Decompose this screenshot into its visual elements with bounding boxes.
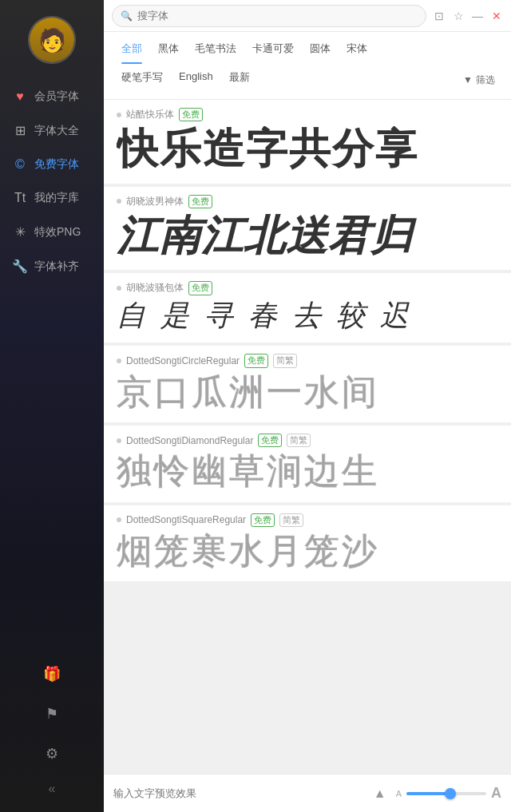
sidebar-item-my-library[interactable]: Tt我的字库 [0,181,104,215]
font-badge-free: 免费 [251,513,275,527]
free-fonts-icon: © [12,157,28,172]
font-name-dotted-circle: DottedSongtiCircleRegular [126,355,240,366]
font-badge-jianfan: 简繁 [273,354,297,367]
sidebar-item-font-supplement[interactable]: 🔧字体补齐 [0,249,104,283]
filter-tab-黑体[interactable]: 黑体 [150,38,187,64]
font-item-header-zhankukuaile: 站酷快乐体免费 [117,108,498,121]
font-preview-huxiaobo-xia: 自 是 寻 春 去 较 迟 [117,300,498,332]
filter-button[interactable]: ▼ 筛选 [457,70,501,90]
font-item-huxiaobo-nanshen[interactable]: 胡晓波男神体免费江南江北送君归 [104,187,511,271]
effect-png-icon: ✳ [12,224,28,240]
filter-label: 筛选 [476,73,495,87]
font-dot-icon [117,113,121,117]
effect-png-label: 特效PNG [34,225,81,240]
filter-tab-硬笔手写[interactable]: 硬笔手写 [113,67,171,93]
pin-button[interactable]: ☆ [452,10,465,22]
filter-row-1: 全部黑体毛笔书法卡通可爱圆体宋体 [113,38,501,64]
size-label-small: A [396,789,402,798]
font-supplement-label: 字体补齐 [34,259,79,274]
minimize-button[interactable]: — [471,10,484,22]
sidebar-bottom-flag[interactable]: ⚑ [0,694,104,734]
sidebar-bottom-gift[interactable]: 🎁 [0,654,104,694]
my-library-icon: Tt [12,191,28,205]
font-item-dotted-circle[interactable]: DottedSongtiCircleRegular免费简繁京口瓜洲一水间 [104,346,511,422]
font-dot-icon [117,517,121,522]
font-item-dotted-square[interactable]: DottedSongtiSquareRegular免费简繁烟笼寒水月笼沙 [104,505,511,582]
main-panel: 🔍 ⊡ ☆ — ✕ 全部黑体毛笔书法卡通可爱圆体宋体 硬笔手写English最新… [104,0,511,812]
collapse-icon: « [49,782,56,796]
font-item-dotted-diamond[interactable]: DottedSongtiDiamondRegular免费简繁独怜幽草涧边生 [104,426,511,502]
sidebar: 🧑 ♥会员字体⊞字体大全©免费字体Tt我的字库✳特效PNG🔧字体补齐 🎁⚑⚙ « [0,0,104,812]
filter-tab-全部[interactable]: 全部 [113,38,150,64]
free-fonts-label: 免费字体 [34,157,79,172]
filter-tab-宋体[interactable]: 宋体 [339,38,375,64]
font-badge-jianfan: 简繁 [287,434,311,447]
font-name-dotted-square: DottedSongtiSquareRegular [126,514,246,525]
sidebar-bottom-settings[interactable]: ⚙ [0,734,104,774]
filter-tab-圆体[interactable]: 圆体 [302,38,339,64]
sidebar-item-free-fonts[interactable]: ©免费字体 [0,148,104,181]
font-preview-huxiaobo-nanshen: 江南江北送君归 [117,213,498,259]
font-badge-free: 免费 [188,281,212,295]
avatar[interactable]: 🧑 [28,16,76,64]
font-collection-icon: ⊞ [12,123,28,138]
font-supplement-icon: 🔧 [12,259,28,274]
bottom-bar: ▲ A A [104,774,511,812]
slider-thumb[interactable] [445,788,456,799]
font-item-header-dotted-square: DottedSongtiSquareRegular免费简繁 [117,513,498,527]
preview-input[interactable] [113,787,364,799]
font-dot-icon [117,358,121,363]
avatar-image: 🧑 [30,18,74,62]
font-item-header-dotted-diamond: DottedSongtiDiamondRegular免费简繁 [117,434,498,447]
font-item-huxiaobo-xia[interactable]: 胡晓波骚包体免费自 是 寻 春 去 较 迟 [104,273,511,343]
window-mode-button[interactable]: ⊡ [433,10,446,22]
my-library-label: 我的字库 [34,191,79,205]
font-dot-icon [117,438,121,443]
font-name-dotted-diamond: DottedSongtiDiamondRegular [126,435,253,446]
font-badge-jianfan: 简繁 [279,513,303,527]
font-size-control: A A [396,785,501,802]
preview-arrow-button[interactable]: ▲ [372,786,388,802]
filter-row-2: 硬笔手写English最新 ▼ 筛选 [113,64,501,99]
font-item-header-dotted-circle: DottedSongtiCircleRegular免费简繁 [117,354,498,367]
font-item-zhankukuaile[interactable]: 站酷快乐体免费快乐造字共分享 [104,100,511,184]
filter-tab-毛笔书法[interactable]: 毛笔书法 [187,38,244,64]
size-label-large: A [491,785,501,802]
filter-tab-卡通可爱[interactable]: 卡通可爱 [244,38,302,64]
vip-fonts-label: 会员字体 [34,89,79,104]
titlebar: 🔍 ⊡ ☆ — ✕ [104,0,511,32]
font-badge-free: 免费 [179,108,203,121]
font-badge-free: 免费 [258,434,282,447]
font-item-header-huxiaobo-xia: 胡晓波骚包体免费 [117,281,498,295]
sidebar-item-font-collection[interactable]: ⊞字体大全 [0,113,104,148]
font-preview-dotted-circle: 京口瓜洲一水间 [117,373,498,411]
font-collection-label: 字体大全 [34,124,79,138]
font-dot-icon [117,199,121,204]
filter-tab-English[interactable]: English [171,67,221,93]
avatar-area[interactable]: 🧑 [28,16,76,64]
font-name-huxiaobo-xia: 胡晓波骚包体 [126,281,184,295]
sidebar-bottom: 🎁⚑⚙ « [0,654,104,812]
search-input[interactable] [137,10,418,22]
close-button[interactable]: ✕ [490,10,503,22]
filter-tab-最新[interactable]: 最新 [221,67,258,93]
font-list: 站酷快乐体免费快乐造字共分享胡晓波男神体免费江南江北送君归胡晓波骚包体免费自 是… [104,100,511,774]
font-preview-zhankukuaile: 快乐造字共分享 [117,126,498,172]
sidebar-item-vip-fonts[interactable]: ♥会员字体 [0,80,104,113]
collapse-button[interactable]: « [0,774,104,804]
font-preview-dotted-square: 烟笼寒水月笼沙 [117,532,498,570]
font-name-zhankukuaile: 站酷快乐体 [126,108,174,121]
font-preview-dotted-diamond: 独怜幽草涧边生 [117,452,498,490]
slider-fill [406,792,450,795]
search-box[interactable]: 🔍 [112,5,426,27]
font-size-slider[interactable] [406,792,486,795]
filter-icon: ▼ [463,74,473,85]
font-badge-free: 免费 [188,195,212,208]
font-badge-free: 免费 [244,354,268,367]
titlebar-actions: ⊡ ☆ — ✕ [433,10,503,22]
sidebar-item-effect-png[interactable]: ✳特效PNG [0,215,104,249]
font-dot-icon [117,286,121,291]
filter-bar: 全部黑体毛笔书法卡通可爱圆体宋体 硬笔手写English最新 ▼ 筛选 [104,32,511,100]
font-name-huxiaobo-nanshen: 胡晓波男神体 [126,195,184,208]
search-icon: 🔍 [121,10,133,22]
